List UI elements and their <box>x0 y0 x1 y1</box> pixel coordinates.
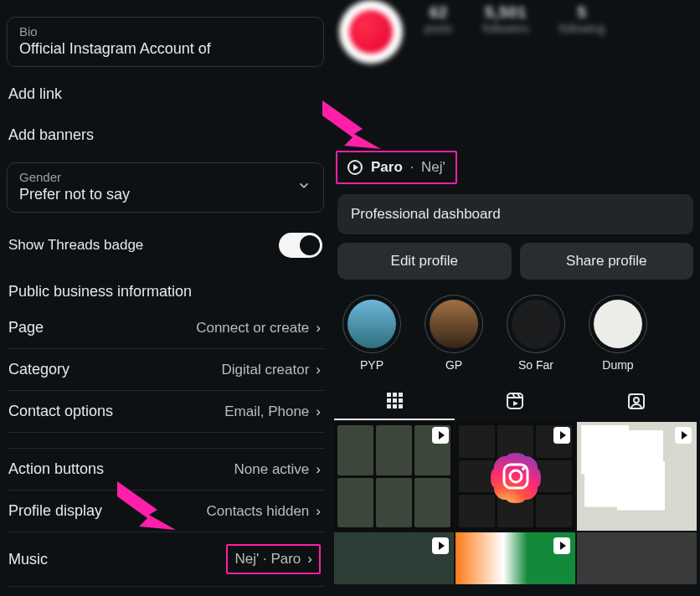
stat-label: posts <box>425 22 452 35</box>
edit-profile-button[interactable]: Edit profile <box>337 243 512 280</box>
bio-label: Bio <box>19 24 311 39</box>
reel-badge-icon <box>432 427 449 444</box>
bio-field[interactable]: Bio Official Instagram Account of <box>7 17 324 67</box>
svg-marker-12 <box>513 401 518 406</box>
threads-badge-toggle[interactable] <box>279 233 322 258</box>
chevron-right-icon: › <box>316 403 321 420</box>
post-tile[interactable] <box>456 422 575 531</box>
setting-label: Category <box>8 361 69 378</box>
highlight-label: So Far <box>507 358 565 372</box>
svg-rect-11 <box>507 393 522 408</box>
profile-music-chip[interactable]: Paro · Nej' <box>336 151 457 184</box>
tab-posts-grid[interactable] <box>334 382 455 420</box>
gender-value: Prefer not to say <box>19 186 311 203</box>
setting-value: Email, Phone <box>224 403 309 420</box>
chevron-right-icon: › <box>316 320 321 337</box>
stat-followers[interactable]: 5,501 followers <box>482 3 528 35</box>
profile-preview-panel: 62 posts 5,501 followers 5 following Par… <box>331 0 700 596</box>
chevron-right-icon: › <box>316 461 321 478</box>
stat-following[interactable]: 5 following <box>559 3 605 35</box>
music-title: Paro <box>371 159 403 175</box>
setting-label: Music <box>8 551 48 568</box>
setting-music[interactable]: Music Nej' · Paro › <box>7 532 324 587</box>
grid-icon <box>384 390 404 410</box>
svg-rect-2 <box>387 393 391 397</box>
professional-dashboard[interactable]: Professional dashboard <box>337 194 693 234</box>
reel-badge-icon <box>553 537 570 554</box>
svg-rect-5 <box>387 398 391 403</box>
setting-category[interactable]: Category Digital creator › <box>7 349 324 391</box>
post-tile[interactable] <box>577 422 697 531</box>
svg-rect-9 <box>393 404 397 408</box>
svg-point-14 <box>634 398 639 403</box>
highlight-item[interactable]: GP <box>425 295 483 372</box>
setting-value: Connect or create <box>196 320 309 337</box>
add-banners-row[interactable]: Add banners <box>7 115 324 156</box>
profile-tabs <box>334 382 697 420</box>
svg-point-17 <box>522 467 525 470</box>
reel-badge-icon <box>432 537 449 554</box>
svg-rect-7 <box>399 398 403 403</box>
play-icon <box>347 160 363 175</box>
setting-label: Contact options <box>8 403 113 420</box>
avatar[interactable] <box>339 0 403 64</box>
tab-reels[interactable] <box>455 382 575 420</box>
instagram-logo-icon <box>489 450 543 503</box>
highlight-item[interactable]: PYP <box>342 295 401 372</box>
tagged-icon <box>626 391 646 411</box>
share-profile-button[interactable]: Share profile <box>520 243 694 280</box>
reel-badge-icon <box>553 427 570 444</box>
music-sep: · <box>406 159 418 175</box>
stat-number: 62 <box>425 3 452 22</box>
post-tile[interactable] <box>456 532 575 584</box>
profile-stats: 62 posts 5,501 followers 5 following <box>425 3 605 35</box>
setting-value: Contacts hidden <box>206 503 309 520</box>
threads-badge-row: Show Threads badge <box>7 219 324 271</box>
music-artist: Nej' <box>421 159 445 175</box>
gender-label: Gender <box>19 170 311 184</box>
highlight-label: Dump <box>589 358 647 372</box>
section-title: Public business information <box>7 271 324 307</box>
svg-rect-8 <box>387 404 391 408</box>
add-link-row[interactable]: Add link <box>7 74 324 115</box>
stat-label: following <box>559 22 605 35</box>
setting-value: Nej' · Paro <box>234 551 301 568</box>
highlight-item[interactable]: So Far <box>507 295 565 372</box>
svg-marker-0 <box>117 481 176 530</box>
svg-marker-1 <box>322 100 381 149</box>
chevron-right-icon: › <box>307 551 312 568</box>
stat-number: 5,501 <box>482 3 528 22</box>
tab-tagged[interactable] <box>576 382 697 420</box>
reel-badge-icon <box>675 427 692 444</box>
threads-badge-label: Show Threads badge <box>8 237 143 254</box>
setting-value: None active <box>234 461 310 478</box>
posts-grid <box>334 422 697 584</box>
setting-page[interactable]: Page Connect or create › <box>7 307 324 349</box>
highlight-label: PYP <box>342 358 401 372</box>
highlight-label: GP <box>425 358 483 372</box>
setting-contact-options[interactable]: Contact options Email, Phone › <box>7 391 324 433</box>
setting-label: Action buttons <box>8 460 104 478</box>
svg-rect-6 <box>393 398 397 403</box>
svg-rect-3 <box>393 393 397 397</box>
post-tile[interactable] <box>577 532 697 584</box>
post-tile[interactable] <box>334 422 454 531</box>
bio-value: Official Instagram Account of <box>19 40 311 58</box>
gender-field[interactable]: Gender Prefer not to say <box>7 162 324 213</box>
setting-label: Profile display <box>8 502 102 520</box>
profile-header: 62 posts 5,501 followers 5 following <box>334 0 697 64</box>
chevron-right-icon: › <box>316 503 321 520</box>
chevron-down-icon <box>296 178 311 198</box>
svg-rect-10 <box>399 404 403 408</box>
highlight-item[interactable]: Dump <box>589 295 647 372</box>
stat-label: followers <box>482 22 528 35</box>
post-tile[interactable] <box>334 532 454 584</box>
setting-value: Digital creator <box>221 362 309 378</box>
story-highlights: PYP GP So Far Dump <box>334 283 697 375</box>
stat-posts[interactable]: 62 posts <box>425 3 452 35</box>
svg-rect-4 <box>399 393 403 397</box>
setting-label: Page <box>8 319 44 337</box>
stat-number: 5 <box>559 3 605 22</box>
chevron-right-icon: › <box>316 362 321 378</box>
reels-icon <box>505 391 525 411</box>
